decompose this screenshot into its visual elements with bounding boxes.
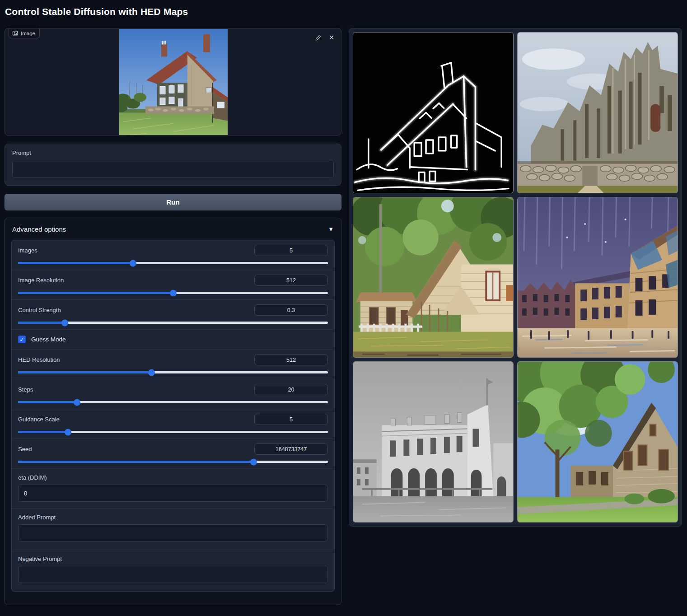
- eta-row: eta (DDIM): [12, 468, 334, 508]
- control-strength-slider-row: Control Strength: [12, 299, 334, 329]
- output-gallery: [349, 28, 682, 527]
- gallery-item-hed-edge-map[interactable]: [353, 32, 514, 193]
- seed-slider-handle[interactable]: [250, 458, 257, 465]
- guidance-scale-slider-handle[interactable]: [65, 429, 71, 435]
- close-icon: ✕: [329, 34, 334, 41]
- edit-image-button[interactable]: [312, 32, 324, 43]
- hed-resolution-slider-fill: [18, 371, 151, 373]
- steps-number-input[interactable]: [254, 384, 328, 395]
- negative-prompt-label: Negative Prompt: [18, 555, 328, 562]
- guess-mode-checkbox[interactable]: ✓: [18, 336, 26, 343]
- prompt-input[interactable]: [12, 160, 334, 178]
- seed-slider-fill: [18, 461, 253, 463]
- guidance-scale-slider-row: Guidance Scale: [12, 409, 334, 439]
- hed-edge-map-graphic: [353, 33, 513, 193]
- images-slider[interactable]: [18, 262, 328, 264]
- guidance-scale-label: Guidance Scale: [18, 416, 60, 423]
- control-strength-label: Control Strength: [18, 307, 61, 313]
- seed-slider-row: Seed: [12, 439, 334, 468]
- image-icon: [12, 30, 18, 36]
- added-prompt-label: Added Prompt: [18, 514, 328, 521]
- eta-label: eta (DDIM): [18, 474, 328, 481]
- prompt-label: Prompt: [12, 149, 334, 156]
- image-resolution-slider-row: Image Resolution: [12, 270, 334, 299]
- hed-resolution-slider-handle[interactable]: [148, 369, 155, 376]
- negative-prompt-input[interactable]: [18, 566, 328, 583]
- eta-input[interactable]: [18, 485, 328, 502]
- gallery-item-grayscale-building[interactable]: [353, 361, 514, 523]
- wooden-cottage-graphic: [353, 197, 513, 358]
- prompt-block: Prompt: [5, 144, 341, 186]
- gallery-item-wooden-cottage[interactable]: [353, 197, 514, 358]
- grayscale-building-graphic: [353, 362, 513, 522]
- input-image-component[interactable]: Image ✕: [5, 28, 341, 135]
- control-strength-slider-fill: [18, 322, 65, 324]
- gallery-item-cathedral[interactable]: [517, 32, 678, 193]
- painterly-building-graphic: [518, 197, 678, 358]
- added-prompt-row: Added Prompt: [12, 508, 334, 550]
- image-resolution-slider-handle[interactable]: [170, 289, 177, 296]
- steps-slider-handle[interactable]: [74, 399, 80, 406]
- control-strength-slider[interactable]: [18, 322, 328, 324]
- control-strength-number-input[interactable]: [254, 304, 328, 316]
- image-resolution-label: Image Resolution: [18, 277, 64, 284]
- uploaded-house-photo[interactable]: [119, 29, 228, 135]
- guess-mode-label: Guess Mode: [31, 336, 66, 343]
- guidance-scale-number-input[interactable]: [254, 414, 328, 425]
- guidance-scale-slider-fill: [18, 431, 68, 433]
- advanced-options-title: Advanced options: [12, 225, 66, 233]
- run-button[interactable]: Run: [5, 194, 341, 210]
- image-component-label: Image: [9, 28, 40, 38]
- seed-slider[interactable]: [18, 461, 328, 463]
- image-resolution-number-input[interactable]: [254, 275, 328, 286]
- control-strength-slider-handle[interactable]: [61, 319, 68, 326]
- images-label: Images: [18, 247, 37, 254]
- checkmark-icon: ✓: [19, 336, 24, 343]
- chevron-down-icon: ▼: [328, 226, 334, 233]
- pencil-icon: [315, 34, 322, 41]
- image-component-label-text: Image: [21, 31, 35, 36]
- stone-house-graphic: [518, 362, 678, 522]
- hed-resolution-label: HED Resolution: [18, 356, 60, 363]
- cathedral-graphic: [518, 33, 678, 193]
- guess-mode-row: ✓ Guess Mode: [12, 329, 334, 349]
- guidance-scale-slider[interactable]: [18, 431, 328, 433]
- steps-slider[interactable]: [18, 401, 328, 403]
- image-resolution-slider[interactable]: [18, 292, 328, 294]
- images-slider-handle[interactable]: [130, 260, 136, 266]
- image-resolution-slider-fill: [18, 292, 173, 294]
- seed-number-input[interactable]: [254, 443, 328, 455]
- steps-slider-row: Steps: [12, 379, 334, 409]
- hed-resolution-slider[interactable]: [18, 371, 328, 373]
- steps-slider-fill: [18, 401, 77, 403]
- added-prompt-input[interactable]: [18, 524, 328, 541]
- clear-image-button[interactable]: ✕: [326, 32, 337, 43]
- advanced-options-accordion: Advanced options ▼ Images Image Resoluti…: [5, 218, 341, 605]
- negative-prompt-row: Negative Prompt: [12, 550, 334, 591]
- gallery-item-stone-house[interactable]: [517, 361, 678, 523]
- seed-label: Seed: [18, 446, 32, 453]
- page-title: Control Stable Diffusion with HED Maps: [5, 6, 188, 17]
- images-slider-row: Images: [12, 240, 334, 270]
- images-number-input[interactable]: [254, 245, 328, 256]
- advanced-options-form: Images Image Resolution: [11, 240, 335, 592]
- steps-label: Steps: [18, 386, 33, 393]
- hed-resolution-slider-row: HED Resolution: [12, 349, 334, 379]
- hed-resolution-number-input[interactable]: [254, 354, 328, 365]
- gallery-item-painterly-building[interactable]: [517, 197, 678, 358]
- advanced-options-header[interactable]: Advanced options ▼: [5, 218, 341, 240]
- images-slider-fill: [18, 262, 133, 264]
- house-photo-graphic: [119, 29, 228, 135]
